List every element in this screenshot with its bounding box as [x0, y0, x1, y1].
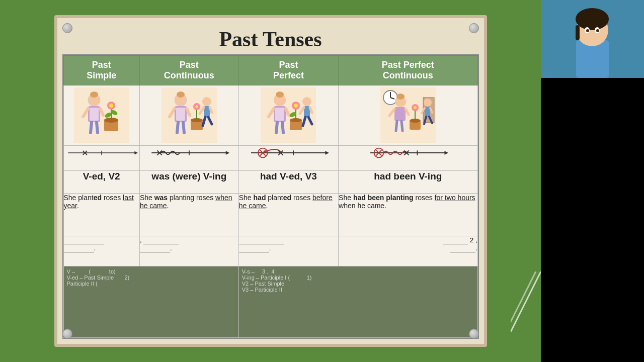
example-cell-2: She was planting roses when he came. — [139, 194, 238, 236]
formula-cell-4: had been V-ing — [339, 171, 477, 194]
svg-point-117 — [596, 29, 599, 32]
svg-point-112 — [576, 8, 609, 30]
blank-2a — [143, 236, 179, 244]
timeline-cell-4 — [339, 146, 477, 171]
svg-point-116 — [586, 29, 589, 32]
formula-bold-4b: planting — [386, 194, 413, 202]
img-cell-3 — [238, 85, 338, 146]
svg-point-38 — [276, 92, 284, 98]
svg-rect-4 — [90, 108, 99, 121]
svg-line-107 — [511, 272, 541, 332]
img-cell-1 — [63, 85, 139, 146]
svg-marker-100 — [445, 151, 448, 154]
example-row: She planted roses last year. She was pla… — [63, 194, 477, 236]
illustration-past-perfect-continuous — [380, 87, 436, 143]
svg-line-7 — [91, 122, 92, 133]
svg-marker-87 — [226, 151, 229, 154]
underline-4: for two hours — [435, 194, 475, 202]
formula-cell-3: had V-ed, V3 — [238, 171, 338, 194]
svg-line-23 — [177, 122, 178, 133]
blank-4b — [450, 244, 475, 252]
illustration-past-simple — [74, 87, 129, 143]
header-past-perfect-continuous: Past PerfectContinuous — [339, 56, 477, 85]
slide-container: Past Tenses PastSimple PastContinuous Pa… — [54, 15, 487, 347]
blank-3b — [239, 244, 269, 252]
formula-past-continuous: was (were) V-ing — [151, 171, 226, 182]
timeline-svg-2 — [140, 146, 238, 160]
formula-bold-2: was — [154, 194, 168, 202]
svg-point-75 — [424, 99, 432, 107]
svg-rect-113 — [576, 25, 580, 40]
tense-table: PastSimple PastContinuous PastPerfect Pa… — [63, 55, 478, 338]
table-wrapper: PastSimple PastContinuous PastPerfect Pa… — [62, 54, 479, 339]
svg-line-44 — [282, 122, 283, 133]
screw-tl — [62, 23, 72, 33]
svg-point-13 — [109, 104, 113, 108]
svg-point-2 — [90, 92, 98, 98]
svg-line-69 — [401, 121, 403, 131]
example-cell-1: She planted roses last year. — [63, 194, 139, 236]
webcam-panel — [541, 0, 644, 362]
legend-right: V-s – 3 . 4 V-ing – Participle I ( 1) V2… — [238, 266, 477, 338]
webcam-black — [541, 78, 644, 362]
svg-point-30 — [202, 97, 211, 106]
svg-rect-20 — [176, 108, 185, 121]
illustration-past-continuous — [162, 87, 217, 143]
formula-bold-1: ed — [94, 194, 102, 202]
screw-br — [469, 329, 479, 339]
svg-marker-92 — [325, 151, 329, 154]
svg-point-64 — [396, 94, 405, 100]
formula-cell-2: was (were) V-ing — [139, 171, 238, 194]
illustration-row — [63, 85, 477, 146]
practice-cell-3: . — [238, 236, 338, 266]
practice-cell-2: , . — [139, 236, 238, 266]
header-row: PastSimple PastContinuous PastPerfect Pa… — [63, 56, 477, 85]
practice-cell-1: . — [63, 236, 139, 266]
legend-left: V – ( to) V-ed – Past Simple 2) Particip… — [63, 266, 238, 338]
screw-tr — [469, 23, 479, 33]
slide-inner: Past Tenses PastSimple PastContinuous Pa… — [62, 23, 479, 339]
timeline-cell-1 — [63, 146, 139, 171]
formula-bold-3: had — [254, 194, 266, 202]
timeline-svg-3 — [239, 146, 338, 160]
formula-past-perfect: had V-ed, V3 — [260, 171, 317, 182]
img-cell-2 — [139, 85, 238, 146]
svg-point-49 — [294, 104, 298, 108]
svg-line-43 — [276, 122, 277, 133]
header-past-continuous: PastContinuous — [139, 56, 238, 85]
formula-past-perfect-continuous: had been V-ing — [374, 171, 442, 182]
svg-line-24 — [183, 122, 184, 133]
webcam-video — [541, 0, 644, 78]
person-svg — [541, 0, 644, 78]
svg-point-29 — [195, 105, 198, 108]
svg-point-18 — [177, 92, 185, 98]
formula-row: V-ed, V2 was (were) V-ing had V-ed, V3 h… — [63, 171, 477, 194]
svg-line-68 — [396, 121, 397, 131]
svg-point-51 — [302, 97, 311, 106]
header-past-simple: PastSimple — [63, 56, 139, 85]
svg-rect-65 — [394, 107, 406, 121]
underline-2: when he came — [140, 194, 232, 210]
example-cell-3: She had planted roses before he came. — [238, 194, 338, 236]
main-area: Past Tenses PastSimple PastContinuous Pa… — [0, 0, 541, 362]
timeline-cell-3 — [238, 146, 338, 171]
formula-past-simple: V-ed, V2 — [83, 171, 120, 182]
illustration-past-perfect — [261, 87, 316, 143]
img-cell-4 — [339, 85, 477, 146]
practice-cell-4: 2 , . — [339, 236, 477, 266]
timeline-row — [63, 146, 477, 171]
timeline-cell-2 — [139, 146, 238, 171]
blank-1a — [64, 236, 104, 244]
blank-1b — [64, 244, 94, 252]
formula-cell-1: V-ed, V2 — [63, 171, 139, 194]
legend-row: V – ( to) V-ed – Past Simple 2) Particip… — [63, 266, 477, 338]
practice-row: . , . . 2 , — [63, 236, 477, 266]
slide-title: Past Tenses — [62, 23, 479, 54]
decorative-lines — [511, 272, 541, 332]
header-past-perfect: PastPerfect — [238, 56, 338, 85]
svg-point-74 — [414, 106, 417, 109]
svg-line-8 — [97, 122, 98, 133]
formula-bold-4: had been — [353, 194, 384, 202]
svg-rect-40 — [275, 108, 284, 121]
svg-marker-82 — [134, 151, 138, 155]
